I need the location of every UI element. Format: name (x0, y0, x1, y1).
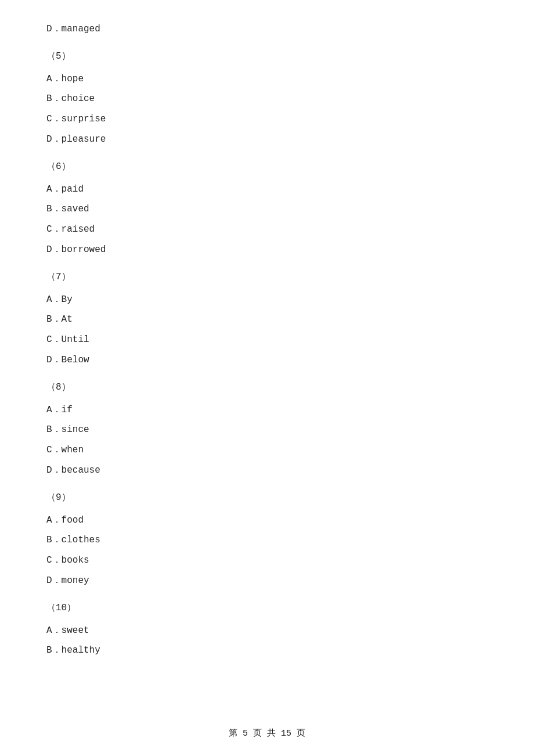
main-content: D．managed（5）A．hopeB．choiceC．surpriseD．pl… (46, 21, 488, 659)
section-label: （8） (46, 379, 488, 396)
option-item: D．because (46, 462, 488, 479)
option-item: C．books (46, 552, 488, 569)
option-item: B．saved (46, 201, 488, 218)
option-item: B．since (46, 422, 488, 438)
option-item: A．if (46, 402, 488, 419)
option-item: C．surprise (46, 111, 488, 128)
option-item: A．By (46, 291, 488, 308)
option-item: D．money (46, 573, 488, 589)
page-footer: 第 5 页 共 15 页 (0, 728, 534, 739)
option-item: B．choice (46, 91, 488, 107)
option-item: D．Below (46, 352, 488, 369)
option-item: C．when (46, 442, 488, 459)
section-label: （5） (46, 48, 488, 65)
option-item: D．pleasure (46, 131, 488, 148)
option-item: C．Until (46, 332, 488, 348)
section-label: （10） (46, 600, 488, 617)
section-label: （6） (46, 159, 488, 175)
section-label: （7） (46, 269, 488, 286)
option-item: B．clothes (46, 532, 488, 549)
option-item: B．At (46, 311, 488, 328)
option-item: A．hope (46, 71, 488, 88)
option-item: A．food (46, 512, 488, 529)
option-item: B．healthy (46, 642, 488, 659)
section-label: （9） (46, 489, 488, 506)
option-item: D．managed (46, 21, 488, 38)
option-item: A．paid (46, 181, 488, 198)
option-item: C．raised (46, 221, 488, 238)
option-item: A．sweet (46, 622, 488, 639)
option-item: D．borrowed (46, 242, 488, 258)
